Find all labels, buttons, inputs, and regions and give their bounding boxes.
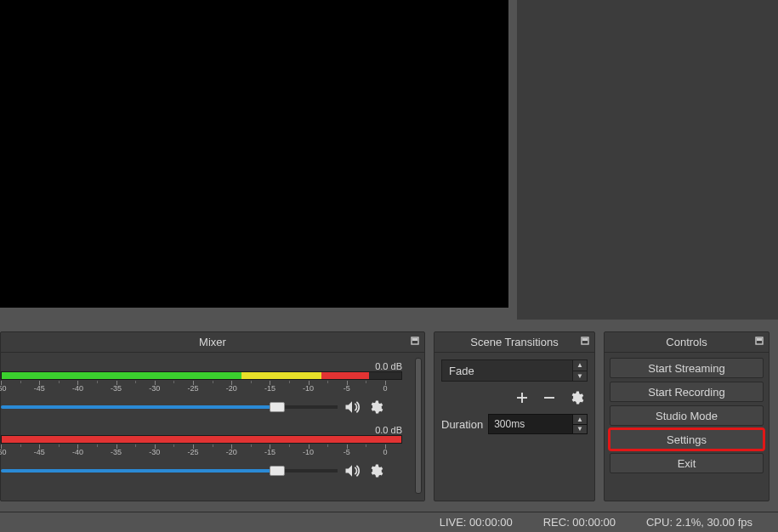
svg-rect-3 — [582, 338, 588, 341]
mixer-panel: Mixer 0.0 dB -50-45-40-35-30-25-20-15-10… — [0, 331, 425, 501]
duration-label: Duration — [441, 418, 483, 431]
gear-icon[interactable] — [366, 461, 385, 480]
spinbox-buttons[interactable]: ▲▼ — [572, 414, 588, 434]
vu-meter — [1, 435, 402, 444]
volume-slider[interactable] — [1, 405, 338, 409]
transition-select[interactable]: Fade ▲▼ — [441, 359, 588, 382]
db-label: 0.0 dB — [1, 361, 402, 371]
duration-value: 300ms — [494, 418, 525, 430]
scene-transitions-panel: Scene Transitions Fade ▲▼ — [434, 331, 595, 501]
db-label: 0.0 dB — [1, 425, 402, 435]
scrollbar[interactable] — [415, 358, 422, 494]
scene-transitions-header: Scene Transitions — [434, 332, 594, 353]
duration-spinbox[interactable]: 300ms ▲▼ — [488, 414, 588, 434]
slider-thumb[interactable] — [270, 402, 285, 412]
mixer-track: 0.0 dB -50-45-40-35-30-25-20-15-10-50 — [1, 361, 402, 416]
studio-mode-label: Studio Mode — [656, 410, 718, 422]
scene-transitions-title: Scene Transitions — [470, 336, 558, 348]
svg-rect-1 — [412, 338, 417, 341]
preview-canvas[interactable] — [0, 0, 508, 308]
mixer-track: 0.0 dB -50-45-40-35-30-25-20-15-10-50 — [1, 425, 402, 480]
controls-title: Controls — [666, 336, 707, 348]
start-streaming-button[interactable]: Start Streaming — [610, 358, 764, 378]
studio-mode-button[interactable]: Studio Mode — [610, 405, 764, 426]
mixer-title: Mixer — [199, 336, 226, 348]
db-scale: -50-45-40-35-30-25-20-15-10-50 — [1, 444, 385, 456]
svg-rect-8 — [757, 338, 762, 341]
status-rec: REC: 00:00:00 — [543, 516, 616, 529]
dock-icon[interactable] — [581, 337, 589, 345]
controls-panel: Controls Start Streaming Start Recording… — [604, 331, 769, 501]
status-cpu: CPU: 2.1%, 30.00 fps — [646, 516, 752, 529]
dock-icon[interactable] — [411, 337, 419, 345]
volume-slider[interactable] — [1, 469, 338, 473]
controls-header: Controls — [605, 332, 769, 353]
db-scale: -50-45-40-35-30-25-20-15-10-50 — [1, 381, 385, 393]
exit-button[interactable]: Exit — [610, 453, 764, 473]
preview-side-panel — [517, 0, 778, 320]
start-recording-label: Start Recording — [648, 386, 724, 399]
settings-label: Settings — [667, 433, 707, 446]
start-streaming-label: Start Streaming — [648, 362, 724, 375]
gear-icon[interactable] — [366, 398, 385, 416]
dock-icon[interactable] — [755, 337, 764, 345]
speaker-icon[interactable] — [343, 461, 361, 480]
remove-transition-button[interactable] — [540, 388, 559, 407]
slider-thumb[interactable] — [270, 466, 285, 476]
vu-meter — [1, 371, 402, 380]
add-transition-button[interactable] — [513, 388, 531, 407]
transition-selected: Fade — [449, 365, 474, 377]
settings-button[interactable]: Settings — [610, 429, 764, 450]
mixer-header: Mixer — [1, 332, 424, 353]
exit-label: Exit — [678, 457, 696, 470]
transition-settings-button[interactable] — [567, 388, 586, 407]
speaker-icon[interactable] — [343, 398, 361, 416]
start-recording-button[interactable]: Start Recording — [610, 382, 764, 402]
status-bar: LIVE: 00:00:00 REC: 00:00:00 CPU: 2.1%, … — [0, 512, 778, 532]
dropdown-spinner[interactable]: ▲▼ — [572, 359, 588, 382]
status-live: LIVE: 00:00:00 — [440, 516, 513, 529]
